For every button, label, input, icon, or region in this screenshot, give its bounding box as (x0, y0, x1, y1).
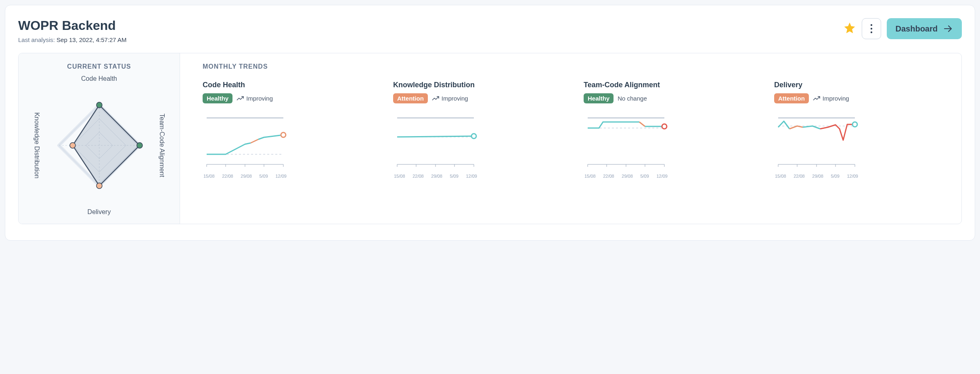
tick: 15/08 (394, 174, 405, 179)
monthly-trends-heading: MONTHLY TRENDS (203, 63, 949, 70)
trend-up-icon (237, 96, 244, 101)
tick: 5/09 (831, 174, 839, 179)
x-ticks: 15/08 22/08 29/08 5/09 12/09 (393, 174, 478, 179)
trend-indicator: Improving (813, 95, 849, 102)
status-badge: Healthy (203, 93, 232, 103)
dashboard-button-label: Dashboard (896, 24, 938, 34)
arrow-right-icon (943, 24, 953, 34)
tick: 29/08 (241, 174, 252, 179)
tick: 12/09 (656, 174, 668, 179)
trend-title: Knowledge Distribution (393, 81, 567, 89)
status-badge: Healthy (584, 93, 614, 103)
project-title: WOPR Backend (18, 18, 127, 33)
trend-status-row: Attention Improving (774, 93, 949, 103)
trend-title: Code Health (203, 81, 377, 89)
card-header: WOPR Backend Last analysis: Sep 13, 2022… (18, 18, 962, 43)
last-analysis-date: Sep 13, 2022, 4:57:27 AM (57, 36, 126, 43)
trends-grid: Code Health Healthy Improving (203, 81, 949, 179)
star-icon[interactable] (843, 21, 856, 36)
trend-status-row: Healthy Improving (203, 93, 377, 103)
svg-point-8 (96, 183, 102, 189)
tick: 5/09 (640, 174, 649, 179)
svg-point-45 (852, 122, 857, 127)
svg-point-0 (870, 24, 872, 26)
status-badge: Attention (393, 93, 428, 103)
project-card: WOPR Backend Last analysis: Sep 13, 2022… (5, 5, 975, 241)
sparkline: 15/08 22/08 29/08 5/09 12/09 (774, 114, 859, 179)
tick: 5/09 (259, 174, 268, 179)
trend-up-icon (432, 96, 439, 101)
trend-status-row: Healthy No change (584, 93, 758, 103)
tick: 22/08 (413, 174, 424, 179)
radar-axis-bottom: Delivery (88, 208, 111, 216)
radar-svg (53, 99, 146, 192)
tick: 15/08 (584, 174, 596, 179)
header-actions: Dashboard (843, 18, 962, 39)
sparkline: 15/08 22/08 29/08 5/09 12/09 (393, 114, 478, 179)
trend-text: Improving (442, 95, 468, 102)
sparkline: 15/08 22/08 29/08 5/09 12/09 (584, 114, 668, 179)
svg-point-9 (70, 143, 75, 148)
trend-text: Improving (823, 95, 849, 102)
panels: CURRENT STATUS Code Health Team-Code Ali… (18, 53, 962, 224)
trend-text: No change (618, 95, 647, 102)
trend-indicator: Improving (432, 95, 468, 102)
radar-axis-left: Knowledge Distribution (33, 112, 40, 179)
dashboard-button[interactable]: Dashboard (887, 18, 962, 39)
trend-delivery: Delivery Attention Improving (774, 81, 949, 179)
trend-text: Improving (246, 95, 273, 102)
trend-code-health: Code Health Healthy Improving (203, 81, 377, 179)
radar-axis-right: Team-Code Alignment (158, 113, 165, 177)
tick: 12/09 (847, 174, 858, 179)
trend-up-icon (813, 96, 820, 101)
more-menu-button[interactable] (862, 18, 881, 39)
trend-status-row: Attention Improving (393, 93, 567, 103)
tick: 15/08 (203, 174, 215, 179)
svg-point-2 (870, 32, 872, 33)
tick: 29/08 (622, 174, 633, 179)
monthly-trends-panel: MONTHLY TRENDS Code Health Healthy Impro… (180, 53, 961, 224)
tick: 15/08 (775, 174, 786, 179)
tick: 29/08 (431, 174, 442, 179)
tick: 12/09 (466, 174, 477, 179)
tick: 22/08 (603, 174, 614, 179)
current-status-panel: CURRENT STATUS Code Health Team-Code Ali… (19, 53, 180, 224)
last-analysis: Last analysis: Sep 13, 2022, 4:57:27 AM (18, 36, 127, 43)
trend-title: Delivery (774, 81, 949, 89)
status-badge: Attention (774, 93, 809, 103)
sparkline: 15/08 22/08 29/08 5/09 12/09 (203, 114, 287, 179)
tick: 12/09 (275, 174, 287, 179)
last-analysis-label: Last analysis: (18, 36, 55, 43)
trend-indicator: Improving (237, 95, 273, 102)
svg-point-18 (281, 132, 286, 137)
trend-title: Team-Code Alignment (584, 81, 758, 89)
trend-team-code-alignment: Team-Code Alignment Healthy No change (584, 81, 758, 179)
x-ticks: 15/08 22/08 29/08 5/09 12/09 (584, 174, 668, 179)
tick: 29/08 (812, 174, 823, 179)
svg-point-1 (870, 28, 872, 29)
title-block: WOPR Backend Last analysis: Sep 13, 2022… (18, 18, 127, 43)
tick: 5/09 (450, 174, 458, 179)
radar-chart: Code Health Team-Code Alignment Delivery… (31, 77, 168, 214)
radar-axis-top: Code Health (81, 75, 117, 82)
dots-vertical-icon (870, 24, 873, 34)
svg-point-27 (471, 134, 476, 139)
trend-knowledge-distribution: Knowledge Distribution Attention Improvi… (393, 81, 567, 179)
svg-point-36 (662, 124, 667, 129)
tick: 22/08 (222, 174, 233, 179)
trend-indicator: No change (618, 95, 647, 102)
svg-point-7 (137, 143, 142, 148)
tick: 22/08 (794, 174, 805, 179)
svg-point-6 (96, 102, 102, 108)
x-ticks: 15/08 22/08 29/08 5/09 12/09 (203, 174, 287, 179)
current-status-heading: CURRENT STATUS (67, 63, 131, 70)
x-ticks: 15/08 22/08 29/08 5/09 12/09 (774, 174, 859, 179)
